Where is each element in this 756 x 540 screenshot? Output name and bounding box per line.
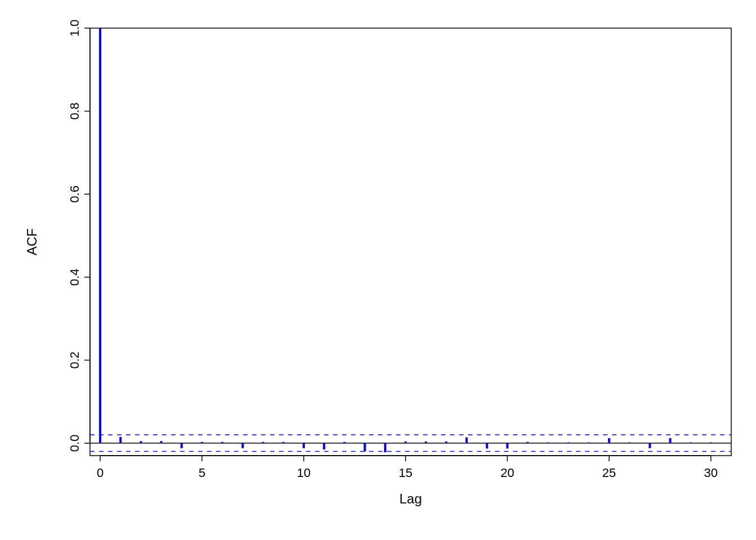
- y-tick-label: 0.4: [68, 268, 82, 286]
- x-tick-label: 15: [399, 466, 412, 480]
- y-tick-label: 0.2: [68, 352, 82, 369]
- y-tick-label: 0.0: [68, 435, 82, 452]
- x-tick-label: 25: [602, 466, 616, 480]
- x-tick-label: 0: [97, 466, 104, 480]
- y-tick-label: 0.6: [68, 186, 82, 203]
- x-tick-label: 10: [297, 466, 310, 480]
- x-tick-label: 30: [704, 466, 718, 480]
- plot-box: [90, 28, 731, 456]
- x-tick-label: 20: [501, 466, 514, 480]
- x-axis-label: Lag: [399, 491, 422, 506]
- y-tick-label: 0.8: [68, 102, 82, 120]
- chart-title: Series x2: [376, 0, 446, 3]
- chart-svg: Series x20510152025300.00.20.40.60.81.0L…: [0, 0, 756, 540]
- y-axis-label: ACF: [24, 228, 39, 255]
- y-tick-label: 1.0: [68, 20, 82, 37]
- x-tick-label: 5: [199, 466, 205, 480]
- acf-chart: Series x20510152025300.00.20.40.60.81.0L…: [0, 0, 756, 540]
